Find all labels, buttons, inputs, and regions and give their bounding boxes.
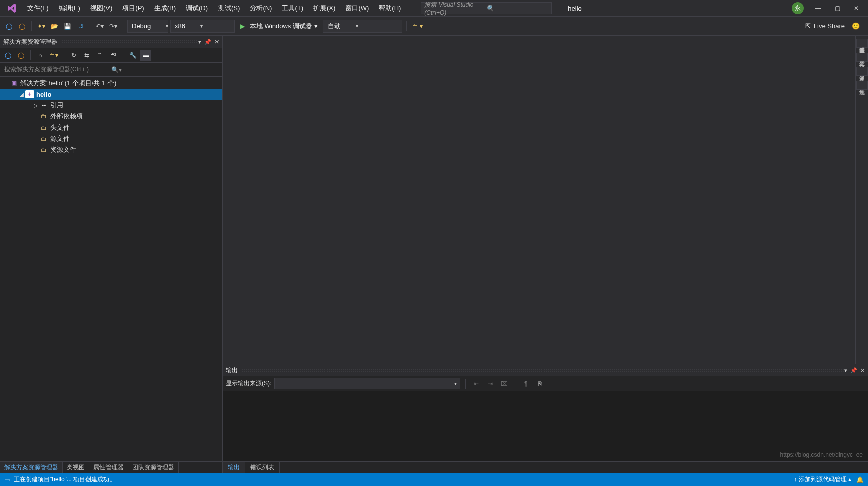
folder-icon: 🗀	[39, 112, 48, 120]
menu-build[interactable]: 生成(B)	[149, 1, 181, 16]
source-control-button[interactable]: ↑ 添加到源代码管理 ▴	[794, 475, 851, 484]
empty-editor	[223, 36, 855, 364]
menu-project[interactable]: 项目(P)	[117, 1, 149, 16]
share-icon: ⇱	[805, 22, 811, 30]
live-share-button[interactable]: ⇱ Live Share 🙂	[805, 22, 865, 30]
new-project-button[interactable]: ✦▾	[36, 20, 47, 33]
menu-edit[interactable]: 编辑(E)	[54, 1, 85, 16]
output-textarea[interactable]	[223, 391, 868, 461]
tree-row-headers[interactable]: 🗀 头文件	[0, 122, 222, 133]
menu-analyze[interactable]: 分析(N)	[245, 1, 277, 16]
tree-row-resources[interactable]: 🗀 资源文件	[0, 144, 222, 155]
output-prev-button: ⇤	[471, 377, 482, 390]
close-icon[interactable]: ✕	[860, 367, 865, 374]
tree-row-external-deps[interactable]: 🗀 外部依赖项	[0, 111, 222, 122]
tab-server-explorer[interactable]: 服务器资源管理器	[856, 39, 868, 48]
user-avatar[interactable]: 永	[792, 2, 804, 14]
minimize-button[interactable]: —	[814, 4, 823, 13]
output-source-label: 显示输出来源(S):	[226, 379, 271, 388]
right-side-tabs: 服务器资源管理器 工具箱 通知 属性	[855, 36, 868, 364]
tab-toolbox[interactable]: 工具箱	[856, 53, 868, 62]
solution-search-placeholder: 搜索解决方案资源管理器(Ctrl+;)	[4, 65, 111, 74]
config-value: Debug	[132, 22, 151, 30]
collapse-all-button[interactable]: ⇆	[81, 50, 92, 61]
start-debug-button[interactable]: ▶	[237, 20, 248, 33]
live-share-label: Live Share	[814, 22, 845, 30]
output-title: 输出	[226, 366, 238, 375]
solution-explorer-title-bar[interactable]: 解决方案资源管理器 ▾ 📌 ✕	[0, 36, 222, 48]
solution-search-input[interactable]: 搜索解决方案资源管理器(Ctrl+;) 🔍▾	[0, 63, 222, 77]
menu-view[interactable]: 视图(V)	[85, 1, 117, 16]
pin-icon[interactable]: 📌	[204, 39, 211, 45]
tab-properties[interactable]: 属性	[856, 81, 868, 90]
save-button[interactable]: 💾	[62, 20, 73, 33]
output-tabs: 输出 错误列表	[223, 461, 868, 473]
expander-open-icon[interactable]: ◢	[18, 92, 25, 97]
output-settings-button[interactable]: ⎘	[534, 377, 546, 390]
preview-selected-button[interactable]: ▬	[140, 50, 151, 61]
editor-area: 服务器资源管理器 工具箱 通知 属性 输出 ▾ 📌 ✕ 显示输出来源(S):	[223, 36, 868, 473]
toolbar-sep	[406, 21, 407, 31]
solution-explorer-toolbar: ◯ ◯ ⌂ 🗀▾ ↻ ⇆ 🗋 🗗 🔧 ▬	[0, 48, 222, 63]
home-button[interactable]: ⌂	[35, 50, 46, 61]
tree-row-project[interactable]: ◢ + hello	[0, 89, 222, 100]
global-search-input[interactable]: 搜索 Visual Studio (Ctrl+Q) 🔍	[421, 2, 552, 14]
tab-error-list[interactable]: 错误列表	[245, 462, 280, 473]
find-in-files-button[interactable]: 🗀 ▾	[411, 20, 424, 33]
open-file-button[interactable]: 📂	[49, 20, 60, 33]
output-source-dropdown[interactable]	[274, 378, 460, 389]
debugger-label[interactable]: 本地 Windows 调试器 ▾	[250, 22, 318, 31]
menu-help[interactable]: 帮助(H)	[374, 1, 406, 16]
tab-team-explorer[interactable]: 团队资源管理器	[128, 462, 179, 473]
menu-window[interactable]: 窗口(W)	[340, 1, 374, 16]
status-message: 正在创建项目"hello"... 项目创建成功。	[14, 475, 116, 484]
menu-extensions[interactable]: 扩展(X)	[308, 1, 340, 16]
menu-tools[interactable]: 工具(T)	[277, 1, 308, 16]
sync-button[interactable]: 🗀▾	[48, 50, 60, 61]
toolbar-sep	[123, 50, 123, 60]
preview-button[interactable]: 🗗	[107, 50, 119, 61]
notification-icon[interactable]: 🔔	[856, 476, 864, 483]
refresh-button[interactable]: ↻	[68, 50, 79, 61]
tab-output[interactable]: 输出	[223, 462, 245, 473]
close-icon[interactable]: ✕	[214, 39, 219, 45]
save-all-button[interactable]: 🖫	[75, 20, 86, 33]
menu-file[interactable]: 文件(F)	[22, 1, 54, 16]
main-toolbar: ◯ ◯ ✦▾ 📂 💾 🖫 ↶▾ ↷▾ Debug x86 ▶ 本地 Window…	[0, 17, 868, 36]
grip-icon	[61, 40, 198, 44]
feedback-icon[interactable]: 🙂	[852, 22, 860, 30]
output-panel: 输出 ▾ 📌 ✕ 显示输出来源(S): ⇤ ⇥ ⌧ ¶ ⎘	[223, 364, 868, 473]
close-button[interactable]: ✕	[852, 4, 861, 13]
project-name-label: hello	[562, 3, 587, 14]
panel-dropdown-icon[interactable]: ▾	[844, 367, 847, 374]
pin-icon[interactable]: 📌	[850, 367, 857, 374]
properties-button[interactable]: 🔧	[127, 50, 138, 61]
tab-property-manager[interactable]: 属性管理器	[89, 462, 128, 473]
redo-button[interactable]: ↷▾	[107, 20, 119, 33]
show-all-button[interactable]: 🗋	[94, 50, 105, 61]
tab-solution-explorer[interactable]: 解决方案资源管理器	[0, 462, 63, 473]
sln-back-button[interactable]: ◯	[2, 50, 13, 61]
menu-test[interactable]: 测试(S)	[213, 1, 245, 16]
auto-dropdown[interactable]: 自动	[323, 20, 402, 33]
config-dropdown[interactable]: Debug	[127, 20, 168, 33]
tab-class-view[interactable]: 类视图	[63, 462, 89, 473]
platform-dropdown[interactable]: x86	[170, 20, 235, 33]
node-label: 源文件	[50, 134, 70, 143]
tree-row-solution[interactable]: ▣ 解决方案"hello"(1 个项目/共 1 个)	[0, 78, 222, 89]
solution-explorer-title: 解决方案资源管理器	[3, 38, 57, 46]
sln-fwd-button[interactable]: ◯	[15, 50, 26, 61]
undo-button[interactable]: ↶▾	[94, 20, 105, 33]
grip-icon	[242, 369, 844, 373]
nav-back-button[interactable]: ◯	[3, 20, 14, 33]
panel-dropdown-icon[interactable]: ▾	[198, 39, 201, 45]
tree-row-sources[interactable]: 🗀 源文件	[0, 133, 222, 144]
tab-notifications[interactable]: 通知	[856, 67, 868, 76]
expander-closed-icon[interactable]: ▷	[32, 103, 39, 108]
tree-row-references[interactable]: ▷ ▪▪ 引用	[0, 100, 222, 111]
output-title-bar[interactable]: 输出 ▾ 📌 ✕	[223, 365, 868, 376]
toolbar-sep	[123, 21, 123, 31]
maximize-button[interactable]: ▢	[833, 4, 842, 13]
nav-fwd-button[interactable]: ◯	[16, 20, 27, 33]
menu-debug[interactable]: 调试(D)	[181, 1, 213, 16]
